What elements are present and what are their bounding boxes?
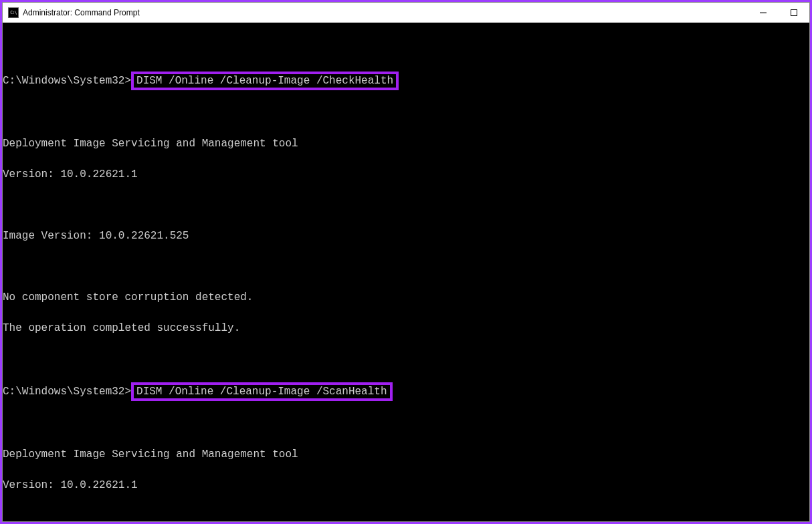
minimize-button[interactable] [748, 3, 779, 22]
blank-line [3, 41, 809, 56]
window-controls [748, 3, 809, 22]
titlebar[interactable]: C:\ Administrator: Command Prompt [3, 3, 809, 23]
minimize-icon [760, 9, 767, 16]
cmd-icon: C:\ [8, 7, 19, 18]
blank-line [3, 259, 809, 275]
blank-line [3, 509, 809, 521]
blank-line [3, 198, 809, 213]
output-result-1a: No component store corruption detected. [3, 290, 809, 305]
blank-line [3, 416, 809, 432]
output-tool-version: Version: 10.0.22621.1 [3, 478, 809, 493]
highlighted-command-2: DISM /Online /Cleanup-Image /ScanHealth [131, 382, 392, 401]
prompt-text: C:\Windows\System32> [3, 75, 131, 87]
blank-line [3, 352, 809, 367]
cmd-line-1: C:\Windows\System32>DISM /Online /Cleanu… [3, 72, 809, 90]
cmd-window: C:\ Administrator: Command Prompt C:\Win… [2, 2, 810, 522]
svg-rect-1 [791, 9, 797, 15]
output-tool-version: Version: 10.0.22621.1 [3, 167, 809, 182]
maximize-icon [791, 9, 797, 16]
output-tool-header: Deployment Image Servicing and Managemen… [3, 136, 809, 152]
blank-line [3, 106, 809, 121]
output-tool-header: Deployment Image Servicing and Managemen… [3, 447, 809, 463]
highlighted-command-1: DISM /Online /Cleanup-Image /CheckHealth [131, 72, 399, 90]
output-image-version: Image Version: 10.0.22621.525 [3, 229, 809, 244]
prompt-text: C:\Windows\System32> [3, 386, 131, 398]
maximize-button[interactable] [779, 3, 809, 22]
output-success-1: The operation completed successfully. [3, 321, 809, 336]
cmd-line-2: C:\Windows\System32>DISM /Online /Cleanu… [3, 382, 809, 401]
terminal-output[interactable]: C:\Windows\System32>DISM /Online /Cleanu… [3, 23, 809, 521]
window-title: Administrator: Command Prompt [23, 8, 748, 17]
